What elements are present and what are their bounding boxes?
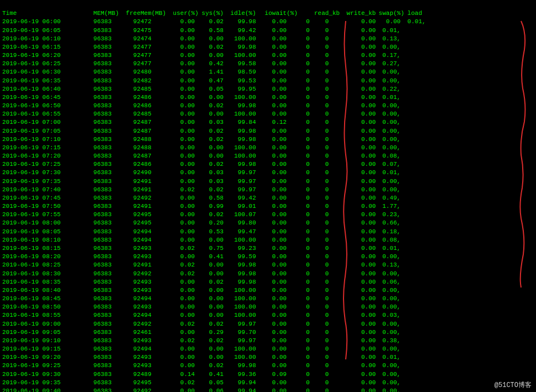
table-row: 2019-06-19 06:50 96383 92486 0.00 0.02 9… xyxy=(2,102,534,110)
table-row: 2019-06-19 08:30 96383 92492 0.02 0.00 9… xyxy=(2,270,534,278)
table-row: 2019-06-19 09:15 96383 92494 0.00 0.00 1… xyxy=(2,345,534,353)
table-row: 2019-06-19 08:20 96383 92493 0.00 0.41 9… xyxy=(2,253,534,261)
table-row: 2019-06-19 07:20 96383 92487 0.00 0.00 1… xyxy=(2,152,534,160)
table-row: 2019-06-19 06:40 96383 92485 0.00 0.05 9… xyxy=(2,85,534,93)
table-row: 2019-06-19 06:20 96383 92477 0.00 0.00 1… xyxy=(2,51,534,60)
table-row: 2019-06-19 07:40 96383 92491 0.02 0.02 9… xyxy=(2,186,534,194)
table-row: 2019-06-19 09:30 96383 92489 0.14 0.41 9… xyxy=(2,370,534,379)
table-row: 2019-06-19 06:15 96383 92477 0.00 0.02 9… xyxy=(2,43,534,51)
table-row: 2019-06-19 08:45 96383 92494 0.00 0.00 1… xyxy=(2,295,534,303)
table-row: 2019-06-19 08:35 96383 92493 0.00 0.02 9… xyxy=(2,278,534,286)
table-row: 2019-06-19 08:15 96383 92493 0.02 0.75 9… xyxy=(2,244,534,253)
table-row: 2019-06-19 08:40 96383 92493 0.00 0.00 1… xyxy=(2,286,534,295)
table-row: 2019-06-19 06:35 96383 92482 0.00 0.47 9… xyxy=(2,77,534,85)
table-row: 2019-06-19 07:50 96383 92491 0.00 0.99 9… xyxy=(2,202,534,211)
table-row: 2019-06-19 07:55 96383 92495 0.00 0.02 1… xyxy=(2,211,534,219)
table-row: 2019-06-19 09:10 96383 92493 0.02 0.02 9… xyxy=(2,337,534,345)
table-row: 2019-06-19 08:55 96383 92494 0.00 0.00 1… xyxy=(2,311,534,320)
table-row: 2019-06-19 08:05 96383 92494 0.00 0.53 9… xyxy=(2,228,534,236)
table-row: 2019-06-19 09:40 96383 92492 0.00 0.06 9… xyxy=(2,387,534,392)
table-row: 2019-06-19 07:15 96383 92488 0.00 0.00 1… xyxy=(2,144,534,152)
table-row: 2019-06-19 07:35 96383 92491 0.00 0.03 9… xyxy=(2,177,534,186)
table-row: 2019-06-19 09:35 96383 92495 0.02 0.05 9… xyxy=(2,379,534,387)
table-header: Time MEM(MB) freeMem(MB) user(%) sys(%) … xyxy=(2,9,534,18)
table-row: 2019-06-19 06:30 96383 92480 0.00 1.41 9… xyxy=(2,68,534,76)
table-row: 2019-06-19 08:00 96383 92495 0.00 0.20 9… xyxy=(2,219,534,227)
table-row: 2019-06-19 06:05 96383 92475 0.00 0.58 9… xyxy=(2,27,534,35)
table-row: 2019-06-19 09:05 96383 92461 0.00 0.29 9… xyxy=(2,328,534,337)
table-row: 2019-06-19 06:25 96383 92477 0.00 0.42 9… xyxy=(2,60,534,68)
table-row: 2019-06-19 09:00 96383 92492 0.02 0.02 9… xyxy=(2,320,534,328)
table-row: 2019-06-19 06:10 96383 92474 0.00 0.00 1… xyxy=(2,35,534,43)
terminal-output: Time MEM(MB) freeMem(MB) user(%) sys(%) … xyxy=(0,0,536,392)
table-row: 2019-06-19 09:25 96383 92493 0.00 0.02 9… xyxy=(2,362,534,370)
table-row: 2019-06-19 08:25 96383 92491 0.02 0.00 9… xyxy=(2,261,534,269)
table-row: 2019-06-19 09:20 96383 92493 0.00 0.00 1… xyxy=(2,353,534,362)
table-row: 2019-06-19 06:55 96383 92485 0.00 0.00 1… xyxy=(2,110,534,118)
table-row: 2019-06-19 08:10 96383 92494 0.00 0.00 1… xyxy=(2,236,534,244)
watermark: @51CTO博客 xyxy=(495,380,532,390)
table-row: 2019-06-19 07:00 96383 92487 0.00 0.03 9… xyxy=(2,118,534,127)
table-row: 2019-06-19 06:00 96383 92472 0.00 0.02 9… xyxy=(2,18,534,26)
table-row: 2019-06-19 07:25 96383 92486 0.00 0.02 9… xyxy=(2,160,534,169)
table-row: 2019-06-19 08:50 96383 92493 0.00 0.00 1… xyxy=(2,303,534,311)
table-row: 2019-06-19 06:45 96383 92486 0.00 0.00 1… xyxy=(2,93,534,102)
table-row: 2019-06-19 07:45 96383 92492 0.00 0.58 9… xyxy=(2,194,534,202)
table-row: 2019-06-19 07:10 96383 92488 0.00 0.02 9… xyxy=(2,135,534,144)
table-row: 2019-06-19 07:30 96383 92490 0.00 0.03 9… xyxy=(2,169,534,177)
table-row: 2019-06-19 07:05 96383 92487 0.00 0.02 9… xyxy=(2,127,534,135)
